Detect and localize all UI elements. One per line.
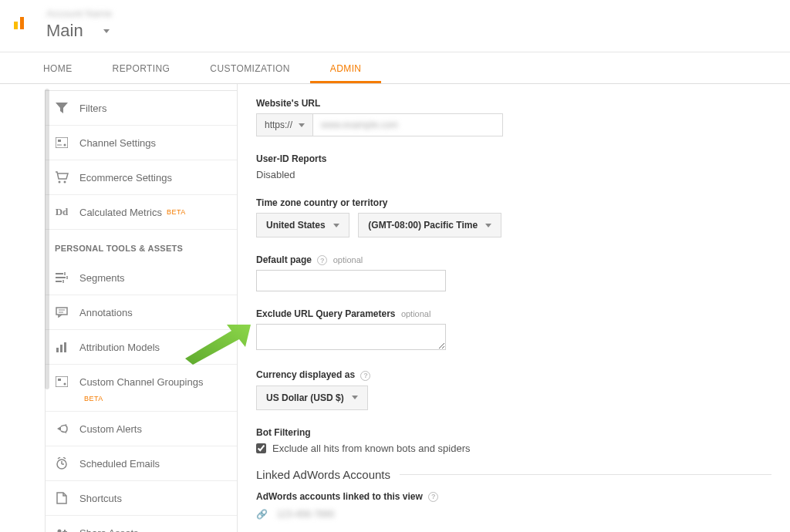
channel-icon bbox=[55, 136, 69, 150]
svg-point-5 bbox=[64, 144, 66, 146]
sidebar-item-label: Ecommerce Settings bbox=[79, 172, 172, 184]
currency-label: Currency displayed as ? bbox=[256, 369, 771, 380]
chevron-down-icon bbox=[299, 123, 305, 127]
svg-rect-1 bbox=[20, 17, 24, 29]
userid-value: Disabled bbox=[256, 169, 295, 180]
linked-sub-label: AdWords accounts linked to this view ? bbox=[256, 491, 438, 502]
svg-rect-20 bbox=[64, 342, 66, 352]
sidebar-item-filters[interactable]: Filters bbox=[46, 91, 237, 126]
default-page-label: Default page ? optional bbox=[256, 254, 771, 265]
svg-point-7 bbox=[59, 181, 61, 184]
account-selector[interactable]: Account Name Main bbox=[46, 8, 778, 41]
url-input[interactable]: www.example.com bbox=[313, 113, 503, 136]
divider bbox=[400, 474, 771, 475]
sidebar-item-label: Custom Alerts bbox=[79, 423, 142, 435]
bot-checkbox-label: Exclude all hits from known bots and spi… bbox=[272, 443, 471, 454]
sidebar-item-shortcuts[interactable]: Shortcuts bbox=[46, 481, 237, 516]
bot-checkbox-input[interactable] bbox=[256, 443, 266, 453]
sidebar-item-label: Channel Settings bbox=[79, 137, 156, 149]
help-icon[interactable]: ? bbox=[360, 371, 370, 381]
sidebar-item-label: Scheduled Emails bbox=[79, 458, 160, 470]
filter-icon bbox=[55, 101, 69, 115]
svg-line-30 bbox=[63, 457, 66, 459]
tab-customization[interactable]: CUSTOMIZATION bbox=[190, 52, 309, 83]
chevron-down-icon bbox=[333, 224, 339, 227]
channel-grouping-icon bbox=[55, 375, 69, 389]
help-icon[interactable]: ? bbox=[317, 255, 327, 265]
sidebar-item-share-assets[interactable]: Share Assets bbox=[46, 516, 237, 532]
sidebar-item-label: Annotations bbox=[79, 307, 133, 318]
svg-rect-15 bbox=[56, 308, 67, 315]
sidebar-item-calculated-metrics[interactable]: Dd Calculated Metrics BETA bbox=[46, 195, 237, 230]
timezone-country-select[interactable]: United States bbox=[256, 213, 349, 237]
url-label: Website's URL bbox=[256, 98, 771, 109]
sidebar: Filters Channel Settings Ecommerce Setti… bbox=[0, 84, 238, 532]
sidebar-item-label: Attribution Models bbox=[79, 342, 160, 353]
svg-rect-21 bbox=[56, 376, 68, 387]
svg-rect-22 bbox=[58, 379, 61, 381]
exclude-params-input[interactable] bbox=[256, 324, 446, 350]
protocol-value: https:// bbox=[265, 120, 292, 130]
nav-tabs: HOME REPORTING CUSTOMIZATION ADMIN bbox=[0, 52, 790, 84]
app-header: Account Name Main bbox=[0, 0, 790, 52]
sidebar-item-channel-settings[interactable]: Channel Settings bbox=[46, 126, 237, 160]
property-name: Main bbox=[46, 21, 83, 41]
sidebar-section-header: PERSONAL TOOLS & ASSETS bbox=[46, 230, 237, 261]
linked-account-value: 123-456-7890 bbox=[277, 509, 335, 520]
segments-icon bbox=[55, 271, 69, 285]
annotations-icon bbox=[55, 305, 69, 319]
default-page-input[interactable] bbox=[256, 270, 446, 291]
url-value: www.example.com bbox=[321, 120, 398, 130]
tab-home[interactable]: HOME bbox=[23, 52, 93, 83]
svg-point-8 bbox=[64, 181, 66, 184]
sidebar-item-custom-alerts[interactable]: Custom Alerts bbox=[46, 412, 237, 446]
timezone-label: Time zone country or territory bbox=[256, 197, 771, 208]
timezone-value-select[interactable]: (GMT-08:00) Pacific Time bbox=[358, 213, 501, 237]
currency-select[interactable]: US Dollar (USD $) bbox=[256, 386, 368, 410]
account-name: Account Name bbox=[46, 8, 778, 19]
tab-reporting[interactable]: REPORTING bbox=[93, 52, 191, 83]
sidebar-item-channel-groupings[interactable]: Custom Channel Groupings bbox=[46, 365, 237, 390]
share-icon bbox=[55, 526, 69, 532]
sidebar-item-ecommerce-settings[interactable]: Ecommerce Settings bbox=[46, 160, 237, 195]
protocol-select[interactable]: https:// bbox=[256, 113, 313, 136]
sidebar-item-label: Calculated Metrics bbox=[79, 207, 162, 218]
cart-icon bbox=[55, 170, 69, 184]
content-panel: Website's URL https:// www.example.com U… bbox=[237, 84, 790, 532]
userid-label: User-ID Reports bbox=[256, 153, 771, 164]
beta-badge: BETA bbox=[84, 395, 103, 402]
sidebar-item-annotations[interactable]: Annotations bbox=[46, 295, 237, 330]
alerts-icon bbox=[55, 422, 69, 436]
bot-label: Bot Filtering bbox=[256, 427, 771, 438]
tab-admin[interactable]: ADMIN bbox=[310, 52, 382, 83]
svg-rect-18 bbox=[56, 348, 59, 352]
sidebar-item-label: Custom Channel Groupings bbox=[79, 376, 203, 388]
sidebar-item-label: Filters bbox=[79, 103, 106, 114]
svg-point-31 bbox=[58, 530, 62, 533]
sidebar-item-attribution-models[interactable]: Attribution Models bbox=[46, 330, 237, 365]
svg-line-29 bbox=[58, 457, 60, 459]
shortcuts-icon bbox=[55, 491, 69, 505]
sidebar-item-label: Segments bbox=[79, 272, 125, 284]
sidebar-item-segments[interactable]: Segments bbox=[46, 261, 237, 295]
svg-rect-19 bbox=[60, 345, 62, 352]
dd-icon: Dd bbox=[55, 205, 69, 219]
beta-badge: BETA bbox=[167, 208, 186, 216]
bot-filtering-checkbox[interactable]: Exclude all hits from known bots and spi… bbox=[256, 443, 771, 454]
svg-rect-3 bbox=[56, 137, 68, 148]
chevron-down-icon bbox=[352, 396, 358, 399]
exclude-label: Exclude URL Query Parameters optional bbox=[256, 308, 771, 319]
chevron-down-icon bbox=[103, 29, 110, 33]
linked-adwords-heading: Linked AdWords Accounts bbox=[256, 468, 771, 481]
sidebar-item-scheduled-emails[interactable]: Scheduled Emails bbox=[46, 446, 237, 481]
clock-icon bbox=[55, 456, 69, 470]
attribution-icon bbox=[55, 340, 69, 354]
svg-rect-0 bbox=[14, 22, 18, 29]
analytics-logo-icon bbox=[12, 12, 31, 31]
svg-point-23 bbox=[64, 383, 66, 386]
scrollbar[interactable] bbox=[45, 89, 49, 389]
sidebar-item-label: Share Assets bbox=[79, 527, 139, 533]
svg-rect-4 bbox=[58, 140, 61, 142]
help-icon[interactable]: ? bbox=[428, 492, 438, 502]
chevron-down-icon bbox=[485, 224, 491, 227]
